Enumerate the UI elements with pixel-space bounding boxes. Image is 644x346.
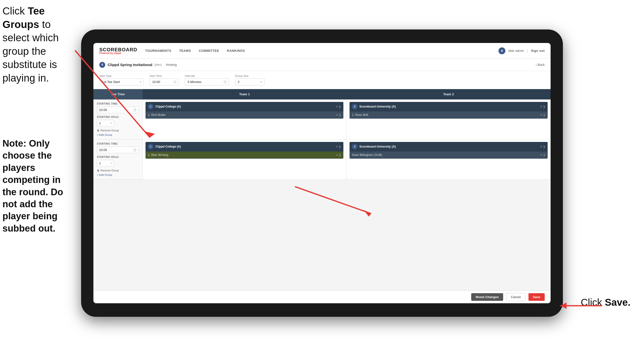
logo-scoreboard: SCOREBOARD (99, 47, 137, 52)
nav-separator: | (527, 49, 528, 53)
group-size-input[interactable]: 2 ▾ (235, 78, 264, 85)
team-cell-1-1: C Clippd College (A) ✕ ❯ 1. Rich Butler … (142, 99, 346, 139)
team-cell-2-2: S Scoreboard University (A) ✕ ❯ Dave Bil… (346, 139, 550, 179)
nav-committee[interactable]: COMMITTEE (199, 49, 219, 52)
subheader-hosting: Hosting (166, 63, 177, 66)
start-time-clock-icon: 🕐 (173, 80, 176, 83)
add-group-btn-1[interactable]: + Add Group (97, 133, 139, 136)
starting-time-input-2[interactable]: 10:05 🕐 (97, 147, 139, 153)
group-size-label: Group Size (235, 74, 264, 77)
team-actions-2-2: ✕ ❯ (540, 145, 545, 148)
team-icon-2-2: S (352, 144, 358, 149)
navbar: SCOREBOARD Powered by clippd TOURNAMENTS… (94, 43, 550, 59)
start-time-label: Start Time (150, 74, 179, 77)
team-actions-1-1: ✕ ❯ (336, 105, 341, 108)
team-entry-header-2-1: C Clippd College (A) ✕ ❯ (146, 142, 344, 151)
nav-tournaments[interactable]: TOURNAMENTS (145, 49, 171, 52)
team-name-1-2: Scoreboard University (A) (359, 105, 538, 108)
starting-time-label-2: STARTING TIME: (97, 142, 139, 145)
cancel-button[interactable]: Cancel (506, 293, 525, 301)
player-actions-2-2-0: ✕ ❯ (540, 153, 545, 157)
remove-icon-1: 🗑 (97, 129, 100, 132)
player-entry-1-2-0: 1. Rees Britt ✕ ❯ (350, 111, 548, 118)
start-type-arrow-icon: ▾ (140, 80, 141, 83)
clock-icon-2: 🕐 (133, 148, 137, 151)
remove-icon-2: 🗑 (97, 169, 100, 172)
team-cell-1-2: S Scoreboard University (A) ✕ ❯ 1. Rees … (346, 99, 550, 139)
team-cell-2-1: C Clippd College (A) ✕ ❯ 2. Blair McHarg… (142, 139, 346, 179)
player-name-2-2-0: Dave Billingham (SUB) (352, 153, 538, 157)
nav-right: B blair admin | Sign out (498, 47, 545, 54)
start-type-label: Start Type (99, 74, 144, 77)
team-icon-1-1: C (148, 104, 154, 109)
subheader-badge: (Men) (154, 63, 162, 66)
team-entry-1-1: C Clippd College (A) ✕ ❯ 1. Rich Butler … (146, 102, 344, 119)
start-time-field: Start Time 10:00 🕐 (150, 74, 179, 85)
player-name-1-2-0: 1. Rees Britt (352, 113, 538, 117)
tablet-screen: SCOREBOARD Powered by clippd TOURNAMENTS… (94, 43, 550, 303)
start-type-input[interactable]: 1st Tee Start ▾ (99, 78, 144, 85)
team-name-2-2: Scoreboard University (A) (359, 145, 538, 148)
player-entry-1-1-0: 1. Rich Butler ✕ ❯ (146, 111, 344, 118)
remove-group-btn-2[interactable]: 🗑 Remove Group (97, 169, 139, 172)
team-icon-1-2: S (352, 104, 358, 109)
tee-left-1: STARTING TIME: 10:00 🕐 STARTING HOLE: 1 … (94, 99, 142, 139)
player-actions-1-1-0: ✕ ❯ (336, 113, 341, 117)
team-name-1-1: Clippd College (A) (155, 105, 334, 108)
tee-group-row-2: STARTING TIME: 10:05 🕐 STARTING HOLE: 1 … (94, 139, 550, 180)
instruction-text: Click Tee Groups to select which group t… (2, 5, 59, 84)
save-button[interactable]: Save (528, 293, 545, 301)
player-actions-2-1-0: ✕ ❯ (336, 153, 341, 157)
footer-bar: Reset Changes Cancel Save (94, 291, 550, 303)
click-save-block: Click Save. (581, 297, 630, 308)
starting-hole-label-1: STARTING HOLE: (97, 116, 139, 118)
hole-arrow-icon-1: ▾ (110, 122, 112, 124)
starting-time-input-1[interactable]: 10:00 🕐 (97, 107, 139, 113)
hole-arrow-icon-2: ▾ (110, 162, 112, 165)
instruction-block: Click Tee Groups to select which group t… (2, 4, 76, 85)
player-name-2-1-0: 2. Blair McHarg (148, 153, 334, 157)
team-entry-header-2-2: S Scoreboard University (A) ✕ ❯ (350, 142, 548, 151)
intervals-label: Intervals (185, 74, 229, 77)
logo-powered: Powered by clippd (99, 52, 137, 54)
nav-teams[interactable]: TEAMS (179, 49, 191, 52)
team-icon-2-1: C (148, 144, 154, 149)
nav-user-name: blair admin (508, 49, 524, 52)
back-button[interactable]: ‹ Back (536, 63, 545, 66)
tee-groups: STARTING TIME: 10:00 🕐 STARTING HOLE: 1 … (94, 99, 550, 180)
team-entry-header-1-1: C Clippd College (A) ✕ ❯ (146, 102, 344, 111)
team-actions-1-2: ✕ ❯ (540, 105, 545, 108)
nav-rankings[interactable]: RANKINGS (227, 49, 245, 52)
th-team2: Team 2 (346, 89, 550, 99)
user-avatar: B (498, 47, 505, 54)
table-header: Tee Time Team 1 Team 2 (94, 89, 550, 99)
remove-group-btn-1[interactable]: 🗑 Remove Group (97, 129, 139, 132)
th-team1: Team 1 (142, 89, 346, 99)
group-size-arrow-icon: ▾ (260, 80, 262, 83)
team-actions-2-1: ✕ ❯ (336, 145, 341, 148)
tee-group-row: STARTING TIME: 10:00 🕐 STARTING HOLE: 1 … (94, 99, 550, 139)
start-type-field: Start Type 1st Tee Start ▾ (99, 74, 144, 85)
team-entry-header-1-2: S Scoreboard University (A) ✕ ❯ (350, 102, 548, 111)
player-name-1-1-0: 1. Rich Butler (148, 113, 334, 117)
subheader: B Clippd Spring Invitational (Men) Hosti… (94, 59, 550, 71)
add-group-btn-2[interactable]: + Add Group (97, 173, 139, 176)
player-entry-2-1-0: 2. Blair McHarg ✕ ❯ (146, 151, 344, 158)
team-entry-2-1: C Clippd College (A) ✕ ❯ 2. Blair McHarg… (146, 142, 344, 159)
starting-hole-input-2[interactable]: 1 ▾ (97, 160, 114, 166)
intervals-input[interactable]: 5 Minutes 🕐 (185, 78, 229, 85)
player-entry-2-2-0: Dave Billingham (SUB) ✕ ❯ (350, 151, 548, 158)
reset-changes-button[interactable]: Reset Changes (471, 293, 503, 301)
starting-time-label-1: STARTING TIME: (97, 102, 139, 105)
intervals-clock-icon: 🕐 (224, 80, 226, 83)
start-time-input[interactable]: 10:00 🕐 (150, 78, 179, 85)
sign-out-link[interactable]: Sign out (531, 49, 545, 52)
subheader-icon: B (99, 62, 105, 68)
note-text: Note: Only choose the players competing … (2, 138, 63, 234)
subheader-title: Clippd Spring Invitational (108, 63, 152, 67)
nav-links: TOURNAMENTS TEAMS COMMITTEE RANKINGS (145, 49, 498, 52)
starting-hole-input-1[interactable]: 1 ▾ (97, 120, 114, 126)
tablet-frame: SCOREBOARD Powered by clippd TOURNAMENTS… (81, 29, 563, 317)
th-tee-time: Tee Time (94, 89, 142, 99)
player-actions-1-2-0: ✕ ❯ (540, 113, 545, 117)
